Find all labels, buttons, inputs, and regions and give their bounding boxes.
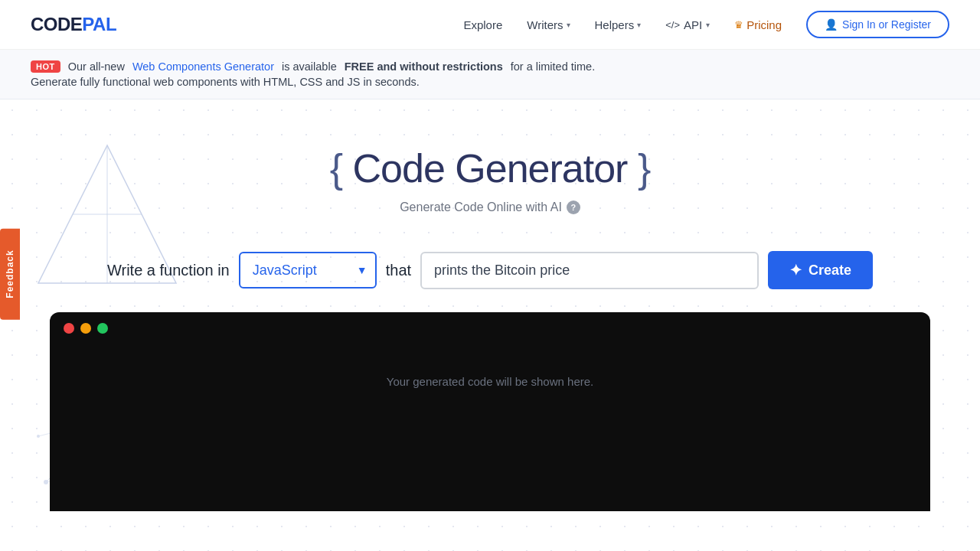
window-maximize-dot[interactable] <box>97 323 108 334</box>
nav-helpers[interactable]: Helpers ▾ <box>595 18 642 31</box>
nav-links: Explore Writers ▾ Helpers ▾ </> API ▾ ♛ … <box>463 11 949 38</box>
language-select-wrapper[interactable]: JavaScript Python TypeScript Java C++ C#… <box>239 252 377 289</box>
language-select[interactable]: JavaScript Python TypeScript Java C++ C#… <box>239 252 377 289</box>
title-text: Code Generator <box>353 146 628 191</box>
banner-line-1: HOT Our all-new Web Components Generator… <box>31 60 949 73</box>
chevron-down-icon: ▾ <box>706 21 710 29</box>
brace-close: } <box>627 146 650 191</box>
sparkle-icon: ✦ <box>789 261 802 279</box>
signin-button[interactable]: 👤 Sign In or Register <box>806 11 949 38</box>
banner-line-2: Generate fully functional web components… <box>31 76 949 88</box>
subtitle: Generate Code Online with AI ? <box>400 201 580 214</box>
subtitle-text: Generate Code Online with AI <box>400 201 562 214</box>
announcement-banner: HOT Our all-new Web Components Generator… <box>0 50 980 99</box>
window-close-dot[interactable] <box>64 323 74 334</box>
banner-text-3: for a limited time. <box>511 60 595 73</box>
crown-icon: ♛ <box>734 19 743 31</box>
window-minimize-dot[interactable] <box>80 323 91 334</box>
feedback-tab[interactable]: Feedback <box>0 228 20 322</box>
nav-explore[interactable]: Explore <box>463 18 502 31</box>
banner-bold: FREE and without restrictions <box>345 60 503 73</box>
page-title: { Code Generator } <box>330 145 651 191</box>
nav-api[interactable]: </> API ▾ <box>665 18 710 31</box>
connector-text: that <box>386 262 411 279</box>
banner-text-1: Our all-new <box>68 60 125 73</box>
navbar: CODEPAL Explore Writers ▾ Helpers ▾ </> … <box>0 0 980 50</box>
prefix-label: Write a function in <box>107 262 230 279</box>
logo-code: CODE <box>31 14 82 34</box>
create-button[interactable]: ✦ Create <box>768 251 873 289</box>
input-row: Write a function in JavaScript Python Ty… <box>107 251 873 289</box>
function-description-input[interactable] <box>420 252 759 289</box>
window-titlebar <box>50 312 930 344</box>
help-icon[interactable]: ? <box>567 201 580 214</box>
hot-badge: HOT <box>31 60 60 73</box>
create-label: Create <box>808 262 851 279</box>
user-icon: 👤 <box>825 18 838 31</box>
banner-link[interactable]: Web Components Generator <box>132 60 274 73</box>
code-output-window: Your generated code will be shown here. <box>50 312 930 511</box>
banner-text-2: is available <box>282 60 337 73</box>
brace-open: { <box>330 146 353 191</box>
logo-pal: PAL <box>82 14 116 34</box>
code-brackets-icon: </> <box>665 19 680 31</box>
nav-writers[interactable]: Writers ▾ <box>527 18 570 31</box>
chevron-down-icon: ▾ <box>637 21 641 29</box>
main-content: { Code Generator } Generate Code Online … <box>0 99 980 511</box>
code-placeholder-text: Your generated code will be shown here. <box>50 344 930 419</box>
nav-pricing[interactable]: ♛ Pricing <box>734 18 782 31</box>
chevron-down-icon: ▾ <box>567 21 570 29</box>
logo[interactable]: CODEPAL <box>31 14 116 35</box>
feedback-button[interactable]: Feedback <box>0 228 20 319</box>
